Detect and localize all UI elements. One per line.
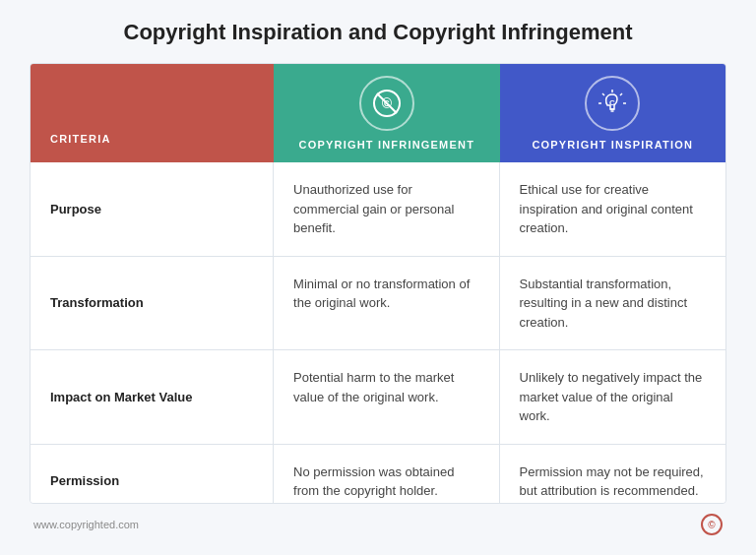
criteria-cell: Impact on Market Value — [31, 350, 274, 444]
inspiration-header-cell: C COPYRIGHT INSPIRATION — [500, 64, 725, 162]
infringement-cell: No permission was obtained from the copy… — [274, 445, 499, 505]
footer-url: www.copyrighted.com — [33, 519, 139, 530]
criteria-cell: Purpose — [31, 162, 274, 256]
svg-line-4 — [620, 93, 622, 95]
infringement-cell: Minimal or no transformation of the orig… — [274, 257, 499, 350]
criteria-header-label: CRITERIA — [50, 133, 111, 145]
table-body: Purpose Unauthorized use for commercial … — [31, 162, 725, 504]
inspiration-cell: Ethical use for creative inspiration and… — [500, 162, 725, 256]
infringement-icon-circle: © — [359, 76, 414, 131]
table-row: Permission No permission was obtained fr… — [31, 444, 725, 505]
inspiration-icon-circle: C — [585, 76, 640, 131]
svg-text:C: C — [609, 98, 615, 107]
table-header-row: CRITERIA © COPYRIGHT INFRINGEMENT — [31, 64, 725, 162]
table-row: Purpose Unauthorized use for commercial … — [31, 162, 725, 256]
table-row: Transformation Minimal or no transformat… — [31, 256, 725, 350]
criteria-header-cell: CRITERIA — [31, 64, 274, 162]
lightbulb-copyright-icon: C — [597, 88, 628, 119]
page-title: Copyright Inspiration and Copyright Infr… — [124, 20, 633, 45]
inspiration-header-label: COPYRIGHT INSPIRATION — [532, 139, 693, 151]
inspiration-cell: Permission may not be required, but attr… — [500, 445, 725, 505]
infringement-cell: Unauthorized use for commercial gain or … — [274, 162, 499, 256]
infringement-header-cell: © COPYRIGHT INFRINGEMENT — [274, 64, 499, 162]
inspiration-cell: Unlikely to negatively impact the market… — [500, 350, 725, 444]
table-row: Impact on Market Value Potential harm to… — [31, 349, 725, 444]
comparison-table: CRITERIA © COPYRIGHT INFRINGEMENT — [30, 63, 726, 504]
infringement-header-label: COPYRIGHT INFRINGEMENT — [299, 139, 475, 151]
inspiration-cell: Substantial transformation, resulting in… — [500, 257, 725, 350]
no-copyright-icon: © — [371, 88, 403, 119]
criteria-cell: Permission — [31, 445, 274, 505]
svg-line-6 — [602, 93, 604, 95]
criteria-cell: Transformation — [31, 257, 274, 350]
infringement-cell: Potential harm to the market value of th… — [274, 350, 499, 444]
footer: www.copyrighted.com © — [30, 514, 726, 535]
footer-copyright-icon: © — [701, 514, 723, 535]
